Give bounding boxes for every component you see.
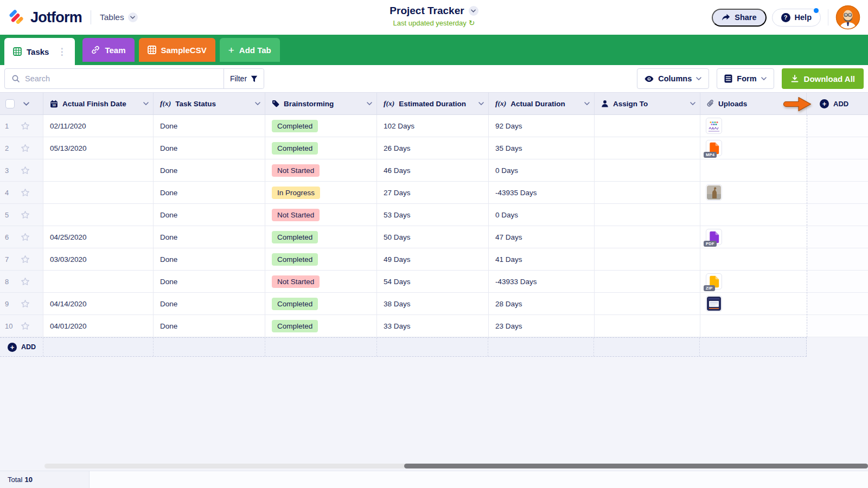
star-icon[interactable] bbox=[21, 233, 30, 242]
cell-actual-duration[interactable]: 35 Days bbox=[489, 137, 595, 159]
star-icon[interactable] bbox=[21, 210, 30, 220]
cell-uploads[interactable] bbox=[700, 248, 807, 270]
cell-task-status[interactable]: Done bbox=[154, 293, 265, 314]
row-select-cell[interactable]: 10 bbox=[0, 315, 43, 337]
horizontal-scrollbar[interactable] bbox=[44, 464, 868, 468]
cell-actual-duration[interactable]: 41 Days bbox=[489, 248, 595, 270]
cell-uploads[interactable] bbox=[700, 315, 807, 337]
cell-task-status[interactable]: Done bbox=[154, 159, 265, 181]
add-row-cell[interactable] bbox=[265, 338, 377, 356]
row-select-cell[interactable]: 8 bbox=[0, 271, 43, 292]
cell-uploads[interactable] bbox=[700, 293, 807, 314]
add-tab-button[interactable]: + Add Tab bbox=[220, 38, 280, 62]
column-header-add[interactable]: + ADD bbox=[807, 93, 868, 114]
column-header-assign-to[interactable]: Assign To bbox=[595, 93, 700, 114]
star-icon[interactable] bbox=[21, 144, 30, 153]
cell-actual-finish-date[interactable]: 04/14/2020 bbox=[43, 293, 154, 314]
add-row-cell[interactable] bbox=[154, 338, 265, 356]
cell-brainstorming[interactable]: In Progress bbox=[265, 182, 377, 203]
cell-assign-to[interactable] bbox=[595, 137, 700, 159]
help-button[interactable]: ? Help bbox=[772, 9, 821, 27]
upload-file-thumbnail[interactable]: MP4 bbox=[706, 140, 722, 156]
cell-actual-finish-date[interactable] bbox=[43, 159, 154, 181]
cell-uploads[interactable] bbox=[700, 182, 807, 203]
cell-uploads[interactable]: PDF bbox=[700, 226, 807, 248]
chevron-down-icon[interactable] bbox=[584, 102, 590, 105]
cell-brainstorming[interactable]: Completed bbox=[265, 248, 377, 270]
cell-estimated-duration[interactable]: 49 Days bbox=[377, 248, 489, 270]
tab-samplecsv[interactable]: SampleCSV bbox=[139, 38, 215, 62]
cell-assign-to[interactable] bbox=[595, 248, 700, 270]
row-select-cell[interactable]: 7 bbox=[0, 248, 43, 270]
cell-brainstorming[interactable]: Not Started bbox=[265, 159, 377, 181]
form-button[interactable]: Form bbox=[717, 68, 774, 89]
add-row-cell[interactable] bbox=[700, 338, 806, 356]
star-icon[interactable] bbox=[21, 255, 30, 264]
add-row-cell[interactable] bbox=[488, 338, 594, 356]
cell-actual-duration[interactable]: 47 Days bbox=[489, 226, 595, 248]
cell-actual-finish-date[interactable]: 03/03/2020 bbox=[43, 248, 154, 270]
cell-actual-duration[interactable]: 28 Days bbox=[489, 293, 595, 314]
add-row-button[interactable]: + ADD bbox=[0, 337, 807, 357]
cell-assign-to[interactable] bbox=[595, 204, 700, 226]
cell-assign-to[interactable] bbox=[595, 271, 700, 292]
cell-assign-to[interactable] bbox=[595, 226, 700, 248]
cell-estimated-duration[interactable]: 38 Days bbox=[377, 293, 489, 314]
cell-task-status[interactable]: Done bbox=[154, 315, 265, 337]
row-select-cell[interactable]: 4 bbox=[0, 182, 43, 203]
cell-assign-to[interactable] bbox=[595, 293, 700, 314]
cell-brainstorming[interactable]: Completed bbox=[265, 137, 377, 159]
cell-estimated-duration[interactable]: 33 Days bbox=[377, 315, 489, 337]
chevron-down-icon[interactable] bbox=[469, 6, 478, 16]
cell-task-status[interactable]: Done bbox=[154, 248, 265, 270]
cell-estimated-duration[interactable]: 50 Days bbox=[377, 226, 489, 248]
cell-actual-duration[interactable]: 23 Days bbox=[489, 315, 595, 337]
cell-task-status[interactable]: Done bbox=[154, 226, 265, 248]
cell-estimated-duration[interactable]: 27 Days bbox=[377, 182, 489, 203]
cell-estimated-duration[interactable]: 53 Days bbox=[377, 204, 489, 226]
download-all-button[interactable]: Download All bbox=[782, 68, 864, 89]
cell-assign-to[interactable] bbox=[595, 159, 700, 181]
cell-assign-to[interactable] bbox=[595, 315, 700, 337]
star-icon[interactable] bbox=[21, 188, 30, 197]
chevron-down-icon[interactable] bbox=[23, 102, 29, 106]
cell-brainstorming[interactable]: Completed bbox=[265, 115, 377, 137]
upload-image-thumbnail[interactable] bbox=[706, 296, 722, 312]
upload-file-thumbnail[interactable]: PDF bbox=[706, 229, 722, 245]
select-all-checkbox[interactable] bbox=[5, 99, 15, 108]
upload-file-thumbnail[interactable]: ZIP bbox=[706, 273, 722, 290]
cell-uploads[interactable] bbox=[700, 204, 807, 226]
cell-uploads[interactable]: MP4 bbox=[700, 137, 807, 159]
upload-image-thumbnail[interactable] bbox=[706, 184, 722, 201]
row-select-cell[interactable]: 5 bbox=[0, 204, 43, 226]
star-icon[interactable] bbox=[21, 121, 30, 131]
chevron-down-icon[interactable] bbox=[478, 102, 484, 105]
cell-uploads[interactable] bbox=[700, 115, 807, 137]
row-select-cell[interactable]: 9 bbox=[0, 293, 43, 314]
star-icon[interactable] bbox=[21, 299, 30, 309]
column-header-brainstorming[interactable]: Brainstorming bbox=[265, 93, 377, 114]
chevron-down-icon[interactable] bbox=[255, 102, 260, 105]
upload-image-thumbnail[interactable] bbox=[706, 118, 722, 134]
cell-actual-duration[interactable]: 92 Days bbox=[489, 115, 595, 137]
cell-actual-finish-date[interactable]: 04/25/2020 bbox=[43, 226, 154, 248]
cell-task-status[interactable]: Done bbox=[154, 115, 265, 137]
column-header-actual-finish-date[interactable]: 10Actual Finish Date bbox=[43, 93, 154, 114]
tab-team[interactable]: Team bbox=[82, 38, 134, 62]
user-avatar[interactable] bbox=[835, 5, 860, 30]
cell-task-status[interactable]: Done bbox=[154, 137, 265, 159]
star-icon[interactable] bbox=[21, 166, 30, 175]
columns-button[interactable]: Columns bbox=[637, 68, 709, 89]
row-select-cell[interactable]: 6 bbox=[0, 226, 43, 248]
select-all-header[interactable] bbox=[0, 93, 43, 114]
cell-actual-duration[interactable]: 0 Days bbox=[489, 204, 595, 226]
tab-menu-icon[interactable]: ⋮ bbox=[57, 46, 66, 57]
tab-tasks[interactable]: Tasks ⋮ bbox=[4, 38, 75, 65]
cell-actual-finish-date[interactable]: 04/01/2020 bbox=[43, 315, 154, 337]
column-header-estimated-duration[interactable]: f(x)Estimated Duration bbox=[377, 93, 489, 114]
chevron-down-icon[interactable] bbox=[690, 102, 695, 105]
cell-uploads[interactable]: ZIP bbox=[700, 271, 807, 292]
column-header-task-status[interactable]: f(x)Task Status bbox=[154, 93, 265, 114]
cell-estimated-duration[interactable]: 46 Days bbox=[377, 159, 489, 181]
chevron-down-icon[interactable] bbox=[367, 102, 372, 105]
